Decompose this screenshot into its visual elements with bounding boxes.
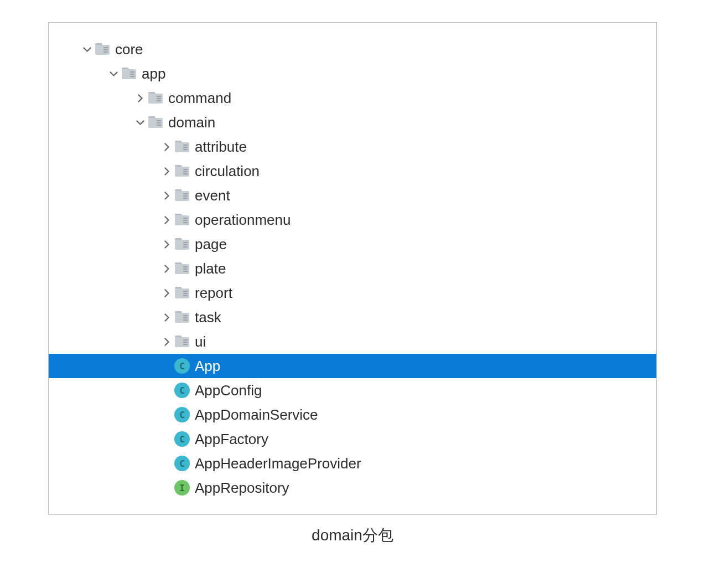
svg-rect-6: [130, 74, 134, 75]
svg-rect-45: [183, 315, 188, 316]
tree-item-label: core: [115, 41, 143, 58]
svg-rect-21: [183, 169, 188, 170]
chevron-down-icon[interactable]: [80, 45, 94, 54]
tree-item-label: operationmenu: [195, 212, 291, 229]
svg-rect-26: [183, 195, 188, 197]
chevron-right-icon[interactable]: [159, 143, 174, 151]
folder-icon: [174, 163, 190, 179]
tree-row[interactable]: core: [49, 37, 656, 61]
tree-item-label: AppConfig: [195, 382, 262, 399]
chevron-down-icon[interactable]: [133, 118, 147, 127]
tree-item-label: AppRepository: [195, 479, 289, 497]
svg-rect-46: [183, 317, 188, 318]
svg-rect-5: [130, 71, 134, 73]
svg-rect-37: [183, 266, 188, 267]
file-tree: coreappcommanddomainattributecirculation…: [49, 37, 656, 500]
tree-row[interactable]: IAppRepository: [49, 476, 656, 500]
folder-icon: [147, 90, 164, 106]
chevron-right-icon[interactable]: [159, 289, 174, 297]
tree-item-label: page: [195, 236, 227, 253]
chevron-down-icon[interactable]: [106, 70, 121, 78]
svg-rect-25: [183, 193, 188, 194]
class-icon: C: [174, 358, 190, 374]
svg-rect-18: [183, 147, 188, 148]
chevron-right-icon[interactable]: [133, 94, 147, 102]
class-icon: C: [174, 431, 190, 447]
tree-row[interactable]: event: [49, 183, 656, 208]
chevron-right-icon[interactable]: [159, 216, 174, 224]
svg-rect-1: [103, 47, 108, 48]
svg-rect-19: [183, 149, 188, 150]
folder-icon: [174, 285, 190, 301]
tree-item-label: AppFactory: [195, 431, 268, 448]
folder-icon: [121, 65, 137, 82]
figure-caption: domain分包: [48, 525, 657, 546]
folder-icon: [147, 114, 164, 131]
svg-rect-30: [183, 220, 188, 221]
project-tree-panel: coreappcommanddomainattributecirculation…: [48, 22, 657, 515]
tree-row[interactable]: CAppConfig: [49, 378, 656, 403]
tree-row[interactable]: command: [49, 86, 656, 110]
chevron-right-icon[interactable]: [159, 313, 174, 322]
svg-rect-11: [157, 100, 161, 101]
svg-rect-47: [183, 319, 188, 321]
folder-icon: [94, 41, 111, 58]
tree-row[interactable]: ui: [49, 329, 656, 354]
svg-rect-33: [183, 242, 188, 243]
svg-rect-3: [103, 51, 108, 53]
tree-item-label: event: [195, 187, 230, 204]
tree-item-label: report: [195, 285, 232, 302]
tree-row[interactable]: report: [49, 281, 656, 305]
svg-rect-39: [183, 271, 188, 272]
tree-item-label: App: [195, 358, 220, 375]
folder-icon: [174, 260, 190, 277]
tree-item-label: app: [142, 65, 165, 82]
svg-rect-7: [130, 76, 134, 77]
tree-row[interactable]: attribute: [49, 135, 656, 159]
tree-row[interactable]: CAppFactory: [49, 427, 656, 451]
tree-item-label: ui: [195, 333, 206, 350]
chevron-right-icon[interactable]: [159, 192, 174, 200]
tree-row[interactable]: task: [49, 305, 656, 329]
chevron-right-icon[interactable]: [159, 167, 174, 176]
tree-row[interactable]: app: [49, 61, 656, 86]
interface-icon: I: [174, 479, 190, 496]
chevron-right-icon[interactable]: [159, 338, 174, 346]
tree-row[interactable]: operationmenu: [49, 208, 656, 232]
svg-rect-22: [183, 171, 188, 172]
class-icon: C: [174, 406, 190, 423]
class-icon: C: [174, 382, 190, 399]
tree-item-label: AppDomainService: [195, 406, 318, 424]
tree-row[interactable]: circulation: [49, 159, 656, 183]
svg-rect-10: [157, 98, 161, 99]
svg-rect-34: [183, 244, 188, 245]
tree-item-label: AppHeaderImageProvider: [195, 455, 361, 472]
svg-rect-31: [183, 222, 188, 223]
tree-row[interactable]: page: [49, 232, 656, 256]
tree-item-label: plate: [195, 260, 226, 277]
tree-item-label: command: [168, 90, 231, 107]
svg-rect-9: [157, 96, 161, 97]
tree-item-label: task: [195, 309, 221, 326]
svg-rect-17: [183, 145, 188, 146]
svg-rect-2: [103, 49, 108, 50]
chevron-right-icon[interactable]: [159, 240, 174, 249]
svg-rect-27: [183, 198, 188, 199]
folder-icon: [174, 309, 190, 326]
tree-row[interactable]: CAppDomainService: [49, 403, 656, 427]
tree-row[interactable]: plate: [49, 256, 656, 281]
svg-rect-35: [183, 246, 188, 247]
svg-rect-38: [183, 269, 188, 270]
tree-row[interactable]: CApp: [49, 354, 656, 378]
tree-item-label: circulation: [195, 163, 260, 180]
svg-rect-29: [183, 218, 188, 219]
folder-icon: [174, 212, 190, 228]
svg-rect-23: [183, 173, 188, 174]
chevron-right-icon[interactable]: [159, 265, 174, 273]
tree-row[interactable]: CAppHeaderImageProvider: [49, 451, 656, 476]
folder-icon: [174, 236, 190, 252]
svg-rect-15: [157, 125, 161, 126]
class-icon: C: [174, 455, 190, 472]
svg-rect-13: [157, 120, 161, 121]
tree-row[interactable]: domain: [49, 110, 656, 135]
